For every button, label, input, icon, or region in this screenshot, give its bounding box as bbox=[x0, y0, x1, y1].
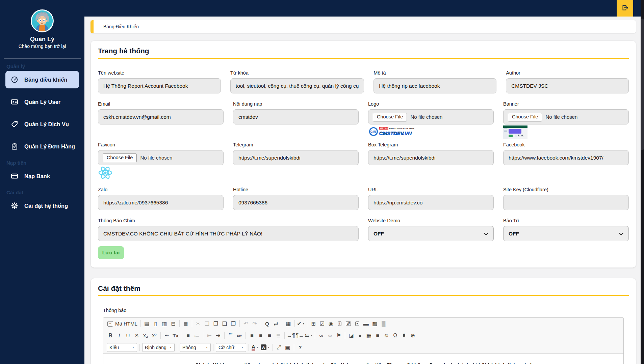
preview-button[interactable]: ▥ bbox=[160, 320, 169, 328]
sidebar-item-services[interactable]: Quản Lý Dịch Vụ bbox=[5, 115, 79, 133]
file-input[interactable]: Choose FileNo file chosen bbox=[98, 150, 224, 165]
file-input[interactable]: Choose FileNo file chosen bbox=[368, 109, 494, 124]
image-button[interactable]: ◪ bbox=[347, 332, 355, 340]
choose-file-button[interactable]: Choose File bbox=[103, 153, 137, 162]
select-field-button[interactable]: ▾ bbox=[353, 320, 361, 328]
text-input[interactable] bbox=[503, 195, 629, 210]
flash-button[interactable]: ● bbox=[356, 332, 364, 340]
align-center-button[interactable]: ≡ bbox=[257, 332, 265, 340]
remove-format-button[interactable]: Tx bbox=[172, 332, 180, 340]
text-input[interactable]: Hệ Thống Report Account Facebook bbox=[98, 78, 221, 93]
anchor-button[interactable]: ⚑ bbox=[335, 332, 343, 340]
unlink-button[interactable]: ∞ bbox=[326, 332, 334, 340]
replace-button[interactable]: ⇄ bbox=[272, 320, 280, 328]
superscript-button[interactable]: x² bbox=[150, 332, 158, 340]
source-button[interactable]: ‹›Mã HTML bbox=[107, 321, 137, 327]
select-input[interactable]: OFF bbox=[368, 226, 494, 241]
format-combo[interactable]: Định dạng▼ bbox=[142, 343, 175, 352]
spell-check-button[interactable]: ✔▼ bbox=[297, 320, 305, 328]
editor-content[interactable]: Chú ý: Khi bạn nạp tiền vào web bất kỳ h… bbox=[103, 354, 623, 364]
copy-formatting-button[interactable]: ✒ bbox=[163, 332, 171, 340]
rtl-button[interactable]: ¶← bbox=[296, 332, 304, 340]
file-input[interactable]: Choose FileNo file chosen bbox=[503, 109, 629, 124]
sidebar-item-settings[interactable]: Cài đặt hệ thống bbox=[5, 197, 79, 215]
find-button[interactable]: Q bbox=[263, 320, 271, 328]
radio-button[interactable]: ◉ bbox=[327, 320, 335, 328]
text-input[interactable]: https://www.facebook.com/kmstdev1907/ bbox=[503, 150, 629, 165]
paste-button[interactable]: ❐ bbox=[212, 320, 220, 328]
text-input[interactable]: https://t.me/superidolskibdi bbox=[233, 150, 359, 165]
bold-button[interactable]: B bbox=[106, 332, 114, 340]
underline-button[interactable]: U bbox=[124, 332, 132, 340]
redo-button[interactable]: ↷ bbox=[251, 320, 259, 328]
paste-text-button[interactable]: ❑ bbox=[221, 320, 229, 328]
select-all-button[interactable]: ▦ bbox=[284, 320, 292, 328]
text-input[interactable]: tool, sieutool, công cụ, thuê công cụ, q… bbox=[230, 78, 364, 93]
image-button-button[interactable]: ▩ bbox=[371, 320, 379, 328]
styles-combo[interactable]: Kiểu▼ bbox=[107, 343, 137, 352]
button-button[interactable]: ▬ bbox=[362, 320, 370, 328]
bulleted-list-button[interactable]: ≔ bbox=[193, 332, 201, 340]
text-input[interactable]: Hệ thống rip acc facebook bbox=[373, 78, 496, 93]
print-button[interactable]: ⊟ bbox=[169, 320, 177, 328]
outdent-button[interactable]: ⇤ bbox=[205, 332, 213, 340]
link-button[interactable]: ∞ bbox=[317, 332, 325, 340]
copy-button[interactable]: ❏ bbox=[203, 320, 211, 328]
indent-button[interactable]: ⇥ bbox=[214, 332, 222, 340]
font-combo[interactable]: Phông▼ bbox=[180, 343, 211, 352]
templates-button[interactable]: ≣ bbox=[182, 320, 190, 328]
sidebar-item-dashboard[interactable]: Bảng điều khiển bbox=[5, 71, 79, 88]
align-left-button[interactable]: ≡ bbox=[248, 332, 256, 340]
smiley-button[interactable]: ☺ bbox=[382, 332, 390, 340]
choose-file-button[interactable]: Choose File bbox=[508, 113, 542, 121]
horizontal-rule-button[interactable]: ≡ bbox=[373, 332, 382, 340]
paste-word-button[interactable]: ❒ bbox=[229, 320, 237, 328]
blockquote-button[interactable]: ”” bbox=[227, 332, 235, 340]
undo-button[interactable]: ↶ bbox=[242, 320, 250, 328]
text-input[interactable]: cmstdev bbox=[233, 109, 359, 124]
special-char-button[interactable]: Ω bbox=[391, 332, 399, 340]
about-button[interactable]: ? bbox=[296, 343, 304, 352]
size-combo[interactable]: Cỡ chữ▼ bbox=[216, 343, 246, 352]
text-input[interactable]: cskh.cmstdev.vn@gmail.com bbox=[98, 109, 224, 124]
page-break-button[interactable]: ⇟ bbox=[400, 332, 408, 340]
logout-button[interactable] bbox=[617, 0, 633, 17]
justify-button[interactable]: ≣ bbox=[274, 332, 282, 340]
text-input[interactable]: 0937665386 bbox=[233, 195, 359, 210]
select-input[interactable]: OFF bbox=[503, 226, 629, 241]
subscript-button[interactable]: x₂ bbox=[141, 332, 150, 340]
italic-button[interactable]: I bbox=[115, 332, 123, 340]
text-input[interactable]: https://rip.cmstdev.co bbox=[368, 195, 494, 210]
textarea-button[interactable]: ▞ bbox=[344, 320, 353, 328]
choose-file-button[interactable]: Choose File bbox=[373, 113, 407, 121]
maximize-button[interactable]: ⤢ bbox=[275, 343, 283, 352]
div-container-button[interactable]: DIV bbox=[235, 332, 243, 340]
table-button[interactable]: ▦ bbox=[365, 332, 373, 340]
background-color-button[interactable]: A▼ bbox=[261, 344, 270, 350]
page-scrollbar[interactable] bbox=[641, 0, 644, 364]
save-button[interactable]: ▤ bbox=[143, 320, 151, 328]
text-input[interactable]: CMSTDEV JSC bbox=[506, 78, 629, 93]
ltr-button[interactable]: →¶ bbox=[287, 332, 295, 340]
cut-button[interactable]: ✂ bbox=[194, 320, 202, 328]
new-page-button[interactable]: ▯ bbox=[152, 320, 160, 328]
sidebar-item-users[interactable]: Quản Lý User bbox=[5, 93, 79, 111]
text-input[interactable]: https://t.me/superidolskibdi bbox=[368, 150, 494, 165]
language-button[interactable]: ⇆▼ bbox=[305, 332, 313, 340]
scrollbar-thumb[interactable] bbox=[641, 19, 644, 150]
text-input[interactable]: CMSTDEV.CO KHÔNG CHỊU BẤT CỨ HÌNH THỨC P… bbox=[98, 226, 359, 241]
hidden-field-button[interactable]: ▒ bbox=[380, 320, 388, 328]
strike-button[interactable]: S bbox=[133, 332, 141, 340]
iframe-button[interactable]: ⊕ bbox=[409, 332, 417, 340]
align-right-button[interactable]: ≡ bbox=[265, 332, 274, 340]
show-blocks-button[interactable]: ▣ bbox=[284, 343, 292, 352]
sidebar-item-orders[interactable]: Quản Lý Đơn Hàng bbox=[5, 138, 79, 155]
form-button[interactable]: ⊞ bbox=[309, 320, 317, 328]
sidebar-item-bank[interactable]: Nạp Bank bbox=[5, 167, 79, 185]
numbered-list-button[interactable]: ≡ bbox=[184, 332, 192, 340]
text-input[interactable]: https://zalo.me/0937665386 bbox=[98, 195, 224, 210]
checkbox-button[interactable]: ☑ bbox=[318, 320, 326, 328]
save-button[interactable]: Lưu lại bbox=[98, 246, 124, 259]
text-field-button[interactable]: I bbox=[336, 320, 344, 328]
text-color-button[interactable]: A▼ bbox=[252, 344, 259, 351]
